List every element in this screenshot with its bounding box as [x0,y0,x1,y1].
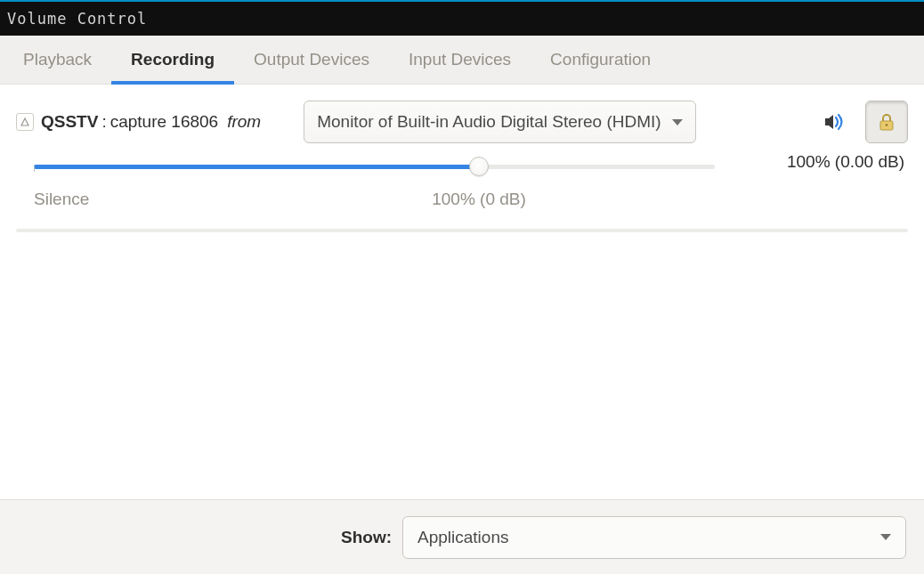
lock-channels-button[interactable] [865,101,908,143]
volume-slider[interactable] [34,156,733,177]
chevron-down-icon [672,119,683,125]
volume-slider-area: Silence 100% (0 dB) [34,156,733,213]
show-filter-selected: Applications [417,528,508,547]
tab-configuration-label: Configuration [550,50,651,69]
volume-slider-track [34,165,715,169]
tab-bar: Playback Recording Output Devices Input … [0,36,924,85]
chevron-down-icon [880,534,891,540]
tick-min [34,166,35,172]
app-icon [16,113,34,131]
empty-area [0,232,924,499]
footer-bar: Show: Applications [0,499,924,574]
tab-playback-label: Playback [23,50,92,69]
tab-recording-label: Recording [131,50,215,69]
show-label: Show: [341,528,392,547]
mute-button[interactable] [821,107,851,137]
tab-output-devices-label: Output Devices [254,50,369,69]
svg-point-2 [886,124,888,126]
volume-slider-ticks [34,175,715,181]
window-titlebar: Volume Control [0,2,924,36]
svg-marker-0 [21,118,28,125]
tab-input-devices-label: Input Devices [409,50,511,69]
stream-qsstv: QSSTV : capture 16806 from Monitor of Bu… [0,85,924,220]
stream-description: capture 16806 [110,112,219,132]
volume-slider-thumb[interactable] [469,157,489,176]
source-device-selected: Monitor of Built-in Audio Digital Stereo… [317,112,661,132]
show-filter-select[interactable]: Applications [402,516,906,559]
source-device-select[interactable]: Monitor of Built-in Audio Digital Stereo… [304,101,695,143]
volume-control-window: Volume Control Playback Recording Output… [0,0,924,574]
tab-input-devices[interactable]: Input Devices [389,36,531,84]
tab-output-devices[interactable]: Output Devices [234,36,389,84]
stream-label: QSSTV : capture 16806 from [41,112,261,132]
stream-header: QSSTV : capture 16806 from Monitor of Bu… [16,101,908,143]
window-title: Volume Control [7,10,147,28]
label-100: 100% (0 dB) [432,190,526,209]
tab-recording[interactable]: Recording [111,36,234,84]
stream-separator: : [101,112,106,132]
stream-app-name: QSSTV [41,112,98,132]
volume-row: Silence 100% (0 dB) 100% (0.00 dB) [16,156,908,213]
label-silence: Silence [34,190,89,209]
stream-from-label: from [227,112,261,132]
volume-readout: 100% (0.00 dB) [787,152,904,172]
tab-configuration[interactable]: Configuration [531,36,670,84]
tab-playback[interactable]: Playback [4,36,111,84]
recording-content: QSSTV : capture 16806 from Monitor of Bu… [0,85,924,574]
speaker-icon [824,113,847,131]
volume-slider-fill [34,165,479,169]
volume-slider-labels: Silence 100% (0 dB) [34,190,733,213]
lock-icon [879,113,895,131]
